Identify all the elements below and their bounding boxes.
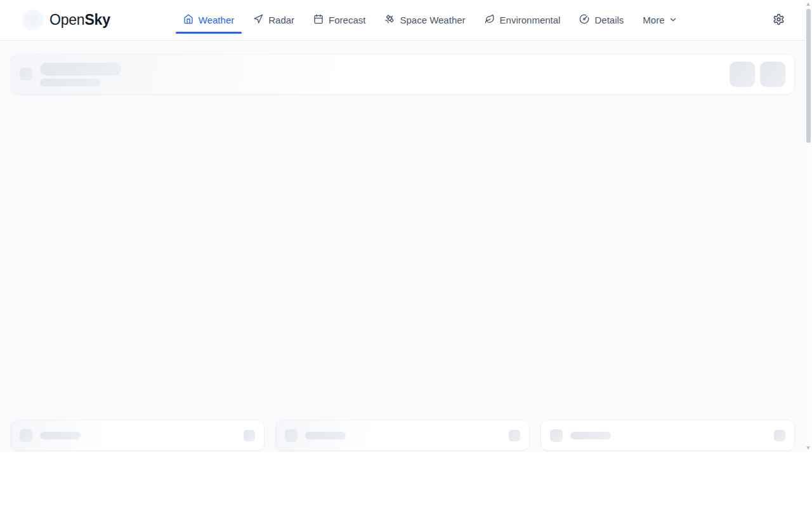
- chevron-down-icon: [669, 15, 678, 26]
- tab-label: Details: [594, 15, 624, 25]
- skeleton-action-button: [730, 62, 755, 87]
- main-nav: Weather Radar Forecast Space Weather: [176, 0, 685, 41]
- summary-card-skeleton: [10, 420, 265, 451]
- skeleton-label-bar: [570, 432, 611, 439]
- tab-label: Radar: [268, 15, 294, 25]
- skeleton-chevron-block: [509, 430, 520, 441]
- home-icon: [183, 14, 193, 26]
- tab-label: Weather: [199, 15, 234, 25]
- skeleton-label-bar: [40, 432, 81, 439]
- tab-forecast[interactable]: Forecast: [306, 0, 373, 41]
- brand-name-bold: Sky: [84, 11, 110, 28]
- summary-card-skeleton: [540, 420, 795, 451]
- skeleton-subtitle-bar: [40, 79, 101, 86]
- skeleton-icon-block: [550, 429, 563, 442]
- leaf-icon: [485, 14, 495, 26]
- top-nav-bar: OpenSky Weather Radar Forecast: [0, 0, 812, 41]
- gear-icon: [773, 13, 785, 27]
- tab-more[interactable]: More: [635, 0, 684, 41]
- skeleton-text-block: [40, 63, 121, 86]
- tab-environmental[interactable]: Environmental: [477, 0, 568, 41]
- skeleton-title-bar: [40, 63, 121, 76]
- navigation-icon: [253, 14, 263, 26]
- calendar-icon: [313, 14, 324, 26]
- skeleton-chevron-block: [244, 430, 255, 441]
- skeleton-label-bar: [305, 432, 346, 439]
- skeleton-icon-block: [285, 429, 298, 442]
- scroll-up-arrow-icon[interactable]: [806, 3, 810, 6]
- summary-card-skeleton: [275, 420, 530, 451]
- app-window: OpenSky Weather Radar Forecast: [0, 0, 812, 452]
- tab-radar[interactable]: Radar: [246, 0, 302, 41]
- tab-label: More: [643, 15, 664, 25]
- tab-label: Environmental: [500, 15, 561, 25]
- tab-details[interactable]: Details: [572, 0, 631, 41]
- brand-logo[interactable]: OpenSky: [22, 10, 110, 31]
- brand-logo-icon: [22, 10, 44, 31]
- brand-name: OpenSky: [49, 11, 110, 29]
- tab-space-weather[interactable]: Space Weather: [377, 0, 473, 41]
- skeleton-chevron-block: [774, 430, 785, 441]
- summary-cards-row: [10, 420, 795, 451]
- circle-gauge-icon: [579, 14, 589, 26]
- skeleton-actions-block: [730, 62, 785, 87]
- skeleton-icon-block: [20, 68, 32, 81]
- settings-button[interactable]: [770, 11, 787, 30]
- skeleton-icon-block: [20, 429, 32, 442]
- brand-name-regular: Open: [49, 11, 84, 28]
- location-header-card-skeleton: [10, 54, 795, 95]
- vertical-scrollbar[interactable]: [805, 0, 812, 452]
- scrollbar-thumb[interactable]: [806, 9, 811, 143]
- tab-label: Forecast: [329, 15, 365, 25]
- scroll-down-arrow-icon[interactable]: [806, 446, 810, 450]
- skeleton-action-button: [760, 62, 785, 87]
- tab-weather[interactable]: Weather: [176, 0, 242, 41]
- tab-label: Space Weather: [400, 15, 465, 25]
- satellite-icon: [384, 14, 395, 26]
